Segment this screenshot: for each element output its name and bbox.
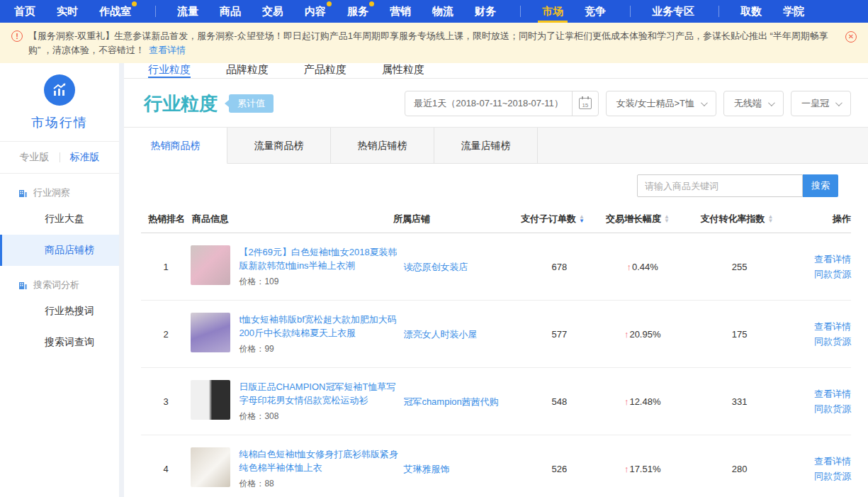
tab-attribute-granularity[interactable]: 属性粒度 bbox=[382, 63, 424, 78]
sidebar-item-hot-search-words[interactable]: 行业热搜词 bbox=[0, 296, 119, 327]
table-row: 3 日版正品CHAMPION冠军短袖T恤草写字母印花男女情侣款宽松运动衫 价格：… bbox=[141, 368, 851, 435]
product-cell: 纯棉白色短袖t恤女修身打底衫韩版紧身纯色棉半袖体恤上衣 价格：88 bbox=[191, 447, 403, 490]
nav-divider bbox=[520, 6, 521, 17]
ranking-table: 热销排名 商品信息 所属店铺 支付子订单数▲▼ 交易增长幅度▲▼ 支付转化率指数… bbox=[124, 205, 868, 497]
product-thumbnail[interactable] bbox=[191, 313, 230, 352]
shop-link[interactable]: 漂亮女人时装小屋 bbox=[403, 328, 498, 341]
nav-divider bbox=[630, 6, 631, 17]
rank-cell: 4 bbox=[141, 464, 191, 474]
product-thumbnail[interactable] bbox=[191, 447, 230, 487]
nav-item-home[interactable]: 首页 bbox=[14, 0, 35, 23]
product-thumbnail[interactable] bbox=[191, 245, 230, 285]
tab-brand-granularity[interactable]: 品牌粒度 bbox=[226, 63, 269, 78]
terminal-select[interactable]: 无线端 bbox=[723, 91, 784, 116]
shop-link[interactable]: 冠军champion茜茜代购 bbox=[403, 395, 519, 408]
shop-link[interactable]: 艾琳雅服饰 bbox=[403, 462, 470, 476]
product-title-link[interactable]: t恤女短袖韩版bf宽松超大款加肥加大码200斤中长款纯棉夏天上衣服 bbox=[239, 313, 403, 340]
view-detail-link[interactable]: 查看详情 bbox=[791, 252, 851, 267]
subtab-hot-products[interactable]: 热销商品榜 bbox=[124, 128, 227, 164]
view-detail-link[interactable]: 查看详情 bbox=[791, 454, 851, 469]
index-cell: 331 bbox=[687, 396, 791, 407]
same-source-link[interactable]: 同款货源 bbox=[791, 334, 851, 349]
nav-item-war-room[interactable]: 作战室 bbox=[99, 0, 131, 23]
product-text: 纯棉白色短袖t恤女修身打底衫韩版紧身纯色棉半袖体恤上衣 价格：88 bbox=[239, 447, 403, 490]
product-title-link[interactable]: 日版正品CHAMPION冠军短袖T恤草写字母印花男女情侣款宽松运动衫 bbox=[239, 380, 403, 407]
sidebar-header: 市场行情 bbox=[0, 63, 119, 142]
same-source-link[interactable]: 同款货源 bbox=[791, 469, 851, 484]
nav-item-trade[interactable]: 交易 bbox=[262, 0, 283, 23]
index-cell: 255 bbox=[687, 262, 791, 272]
view-detail-link[interactable]: 查看详情 bbox=[791, 319, 851, 334]
subtab-traffic-products[interactable]: 流量商品榜 bbox=[227, 128, 331, 163]
nav-item-competition[interactable]: 竞争 bbox=[585, 0, 606, 23]
banner-detail-link[interactable]: 查看详情 bbox=[149, 45, 186, 55]
subtab-traffic-shops[interactable]: 流量店铺榜 bbox=[434, 128, 538, 163]
nav-item-data-fetch[interactable]: 取数 bbox=[740, 0, 762, 23]
nav-item-market[interactable]: 市场 bbox=[542, 0, 563, 23]
sidebar-item-product-shop-rank[interactable]: 商品店铺榜 bbox=[0, 235, 119, 266]
search-row: 搜索 bbox=[124, 164, 868, 205]
notification-dot bbox=[327, 1, 332, 6]
table-row: 4 纯棉白色短袖t恤女修身打底衫韩版紧身纯色棉半袖体恤上衣 价格：88 艾琳雅服… bbox=[141, 435, 851, 497]
growth-cell: ↑20.95% bbox=[597, 328, 687, 340]
shop-cell: 漂亮女人时装小屋 bbox=[403, 328, 521, 341]
growth-value: 0.44% bbox=[632, 262, 658, 272]
nav-item-traffic[interactable]: 流量 bbox=[177, 0, 198, 23]
product-cell: 【2件69元】白色短袖t恤女2018夏装韩版新款韩范t恤ins半袖上衣潮 价格：… bbox=[191, 245, 403, 288]
nav-item-service[interactable]: 服务 bbox=[347, 0, 368, 23]
shop-level-select[interactable]: 一皇冠 bbox=[791, 91, 851, 116]
sort-icon-growth[interactable]: ▲▼ bbox=[664, 215, 670, 223]
subtab-hot-shops[interactable]: 热销店铺榜 bbox=[331, 128, 434, 163]
terminal-label: 无线端 bbox=[734, 97, 762, 110]
view-detail-link[interactable]: 查看详情 bbox=[791, 386, 851, 401]
table-row: 2 t恤女短袖韩版bf宽松超大款加肥加大码200斤中长款纯棉夏天上衣服 价格：9… bbox=[141, 301, 851, 368]
nav-item-logistics[interactable]: 物流 bbox=[432, 0, 453, 23]
calendar-day: 15 bbox=[582, 102, 588, 108]
sort-icon-orders[interactable]: ▲▼ bbox=[579, 215, 585, 223]
building-icon bbox=[18, 189, 28, 198]
page-title: 行业粒度 bbox=[144, 91, 218, 116]
search-input[interactable] bbox=[637, 174, 803, 197]
calendar-button[interactable]: 15 bbox=[572, 91, 598, 116]
nav-item-goods[interactable]: 商品 bbox=[220, 0, 241, 23]
nav-label: 财务 bbox=[475, 5, 496, 18]
version-divider bbox=[60, 152, 60, 162]
sidebar-item-search-word-query[interactable]: 搜索词查询 bbox=[0, 327, 119, 358]
nav-item-business-zone[interactable]: 业务专区 bbox=[652, 0, 694, 23]
nav-item-marketing[interactable]: 营销 bbox=[390, 0, 411, 23]
nav-label: 内容 bbox=[305, 5, 326, 18]
growth-value: 20.95% bbox=[629, 329, 660, 340]
category-select[interactable]: 女装/女士精品>T恤 bbox=[606, 91, 716, 116]
product-title-link[interactable]: 【2件69元】白色短袖t恤女2018夏装韩版新款韩范t恤ins半袖上衣潮 bbox=[239, 245, 403, 272]
nav-item-finance[interactable]: 财务 bbox=[475, 0, 496, 23]
nav-item-content[interactable]: 内容 bbox=[305, 0, 326, 23]
nav-divider bbox=[155, 6, 156, 17]
sidebar: 市场行情 专业版 标准版 行业洞察 行业大盘 商品店铺榜 bbox=[0, 63, 119, 497]
sort-icon-index[interactable]: ▲▼ bbox=[768, 215, 774, 223]
sidebar-item-industry-overview[interactable]: 行业大盘 bbox=[0, 203, 119, 235]
version-pro[interactable]: 专业版 bbox=[20, 151, 50, 164]
search-button[interactable]: 搜索 bbox=[803, 174, 838, 197]
filter-bar: 最近1天（2018-07-11~2018-07-11） 15 女装/女士精品>T… bbox=[405, 91, 851, 116]
date-range-label: 最近1天（2018-07-11~2018-07-11） bbox=[405, 97, 572, 110]
sidebar-group-label: 行业洞察 bbox=[33, 186, 70, 199]
same-source-link[interactable]: 同款货源 bbox=[791, 267, 851, 281]
nav-item-realtime[interactable]: 实时 bbox=[57, 0, 78, 23]
nav-label: 营销 bbox=[390, 5, 411, 18]
warning-circle-icon: ! bbox=[11, 30, 23, 42]
same-source-link[interactable]: 同款货源 bbox=[791, 401, 851, 416]
nav-item-academy[interactable]: 学院 bbox=[783, 0, 804, 23]
date-range-picker[interactable]: 最近1天（2018-07-11~2018-07-11） 15 bbox=[405, 91, 599, 116]
product-price: 价格：109 bbox=[239, 276, 403, 288]
product-title-link[interactable]: 纯棉白色短袖t恤女修身打底衫韩版紧身纯色棉半袖体恤上衣 bbox=[239, 447, 403, 474]
tab-industry-granularity[interactable]: 行业粒度 bbox=[148, 63, 191, 78]
shop-link[interactable]: 读恋原创女装店 bbox=[403, 260, 489, 274]
version-standard[interactable]: 标准版 bbox=[70, 151, 100, 164]
growth-value: 17.51% bbox=[629, 464, 660, 474]
nav-label: 交易 bbox=[262, 5, 283, 18]
close-icon[interactable]: ✕ bbox=[845, 31, 857, 43]
orders-cell: 526 bbox=[522, 464, 598, 474]
tab-product-granularity[interactable]: 产品粒度 bbox=[304, 63, 346, 78]
product-thumbnail[interactable] bbox=[191, 380, 230, 420]
up-arrow-icon: ↑ bbox=[624, 396, 629, 407]
